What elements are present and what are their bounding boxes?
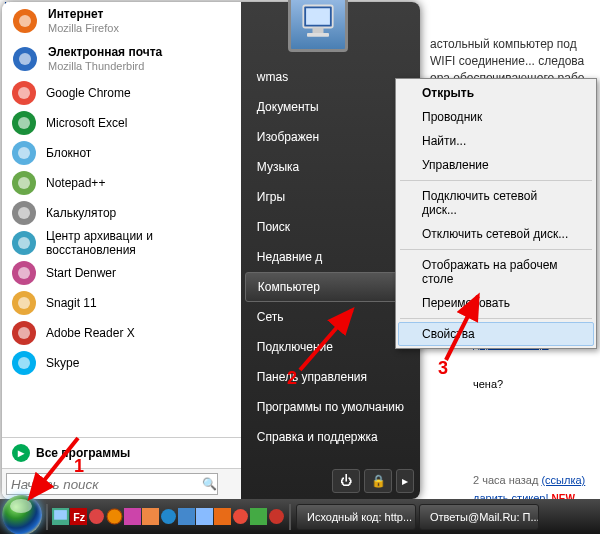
app-icon[interactable] [142, 508, 159, 525]
context-menu-item[interactable]: Найти... [398, 129, 594, 153]
svg-rect-37 [124, 508, 141, 525]
program-subtitle: Mozilla Firefox [48, 22, 119, 35]
right-panel-item[interactable]: Подключение [241, 332, 420, 362]
program-title: Интернет [48, 7, 119, 21]
program-item[interactable]: Центр архивации и восстановления [2, 228, 241, 258]
context-menu-separator [400, 318, 592, 319]
app-icon[interactable] [106, 508, 123, 525]
quick-launch: Fz [50, 508, 287, 525]
bg-text: WIFI соединение... следова [430, 53, 600, 70]
context-menu-item[interactable]: Управление [398, 153, 594, 177]
task-label: Исходный код: http... [307, 511, 412, 523]
source-link[interactable]: (ссылка) [541, 474, 585, 486]
app-icon[interactable] [88, 508, 105, 525]
context-menu-item[interactable]: Проводник [398, 105, 594, 129]
user-picture[interactable] [288, 0, 348, 52]
app-icon[interactable] [124, 508, 141, 525]
app-icon[interactable] [160, 508, 177, 525]
program-item[interactable]: Microsoft Excel [2, 108, 241, 138]
app-icon[interactable] [178, 508, 195, 525]
app-icon[interactable] [232, 508, 249, 525]
svg-point-39 [161, 509, 176, 524]
svg-point-11 [18, 177, 30, 189]
svg-rect-32 [54, 510, 67, 520]
program-item[interactable]: Электронная почтаMozilla Thunderbird [2, 40, 241, 78]
power-button[interactable]: ⏻ [332, 469, 360, 493]
right-panel-item[interactable]: Игры [241, 182, 420, 212]
svg-rect-41 [196, 508, 213, 525]
program-title: Калькулятор [46, 206, 116, 220]
search-bar: 🔍 [2, 468, 241, 499]
context-menu-item[interactable]: Открыть [398, 81, 594, 105]
right-panel-item[interactable]: Поиск [241, 212, 420, 242]
program-item[interactable]: Skype [2, 348, 241, 378]
program-item[interactable]: Калькулятор [2, 198, 241, 228]
svg-point-36 [107, 509, 122, 524]
program-title: Электронная почта [48, 45, 162, 59]
right-panel-item[interactable]: Изображен [241, 122, 420, 152]
power-options-button[interactable]: ▸ [396, 469, 414, 493]
lock-button[interactable]: 🔒 [364, 469, 392, 493]
program-icon [10, 289, 38, 317]
program-item[interactable]: Adobe Reader X [2, 318, 241, 348]
right-panel-item[interactable]: wmas [241, 62, 420, 92]
search-input[interactable] [6, 473, 218, 495]
svg-point-35 [89, 509, 104, 524]
app-icon[interactable] [268, 508, 285, 525]
svg-point-13 [18, 207, 30, 219]
program-icon [10, 44, 40, 74]
program-item[interactable]: Snagit 11 [2, 288, 241, 318]
taskbar-task-2[interactable]: @ Ответы@Mail.Ru: П... [419, 504, 539, 530]
taskbar-separator [289, 504, 291, 530]
context-menu-separator [400, 180, 592, 181]
program-item[interactable]: Блокнот [2, 138, 241, 168]
program-item[interactable]: Start Denwer [2, 258, 241, 288]
start-button[interactable] [2, 495, 42, 535]
context-menu-item[interactable]: Отключить сетевой диск... [398, 222, 594, 246]
svg-point-19 [18, 297, 30, 309]
svg-point-43 [233, 509, 248, 524]
right-panel-item[interactable]: Музыка [241, 152, 420, 182]
annotation-number-2: 2 [287, 368, 297, 389]
annotation-number-1: 1 [74, 456, 84, 477]
power-row: ⏻ 🔒 ▸ [241, 463, 420, 499]
program-title: Start Denwer [46, 266, 116, 280]
bg-text: астольный компьютер под [430, 36, 600, 53]
program-icon [10, 109, 38, 137]
svg-point-3 [19, 53, 31, 65]
app-icon[interactable] [250, 508, 267, 525]
all-programs-arrow-icon: ▸ [12, 444, 30, 462]
svg-rect-40 [178, 508, 195, 525]
program-title: Блокнот [46, 146, 91, 160]
task-label: Ответы@Mail.Ru: П... [430, 511, 539, 523]
right-panel-item[interactable]: Панель управления [241, 362, 420, 392]
svg-rect-44 [250, 508, 267, 525]
context-menu-item[interactable]: Подключить сетевой диск... [398, 184, 594, 222]
taskbar-task-1[interactable]: Исходный код: http... [296, 504, 416, 530]
context-menu: ОткрытьПроводникНайти...УправлениеПодклю… [395, 78, 597, 349]
program-item[interactable]: Notepad++ [2, 168, 241, 198]
svg-point-1 [19, 15, 31, 27]
start-menu-left-panel: ИнтернетMozilla FirefoxЭлектронная почта… [2, 2, 241, 499]
right-panel-item[interactable]: Программы по умолчанию [241, 392, 420, 422]
context-menu-item[interactable]: Переименовать [398, 291, 594, 315]
filezilla-icon[interactable]: Fz [70, 508, 87, 525]
program-item[interactable]: ИнтернетMozilla Firefox [2, 2, 241, 40]
program-icon [10, 199, 38, 227]
context-menu-item[interactable]: Свойства [398, 322, 594, 346]
right-panel-item[interactable]: Справка и поддержка [241, 422, 420, 452]
all-programs-button[interactable]: ▸ Все программы [2, 437, 241, 468]
right-panel-item[interactable]: Недавние д [241, 242, 420, 272]
right-panel-item[interactable]: Документы [241, 92, 420, 122]
svg-point-23 [18, 357, 30, 369]
context-menu-item[interactable]: Отображать на рабочем столе [398, 253, 594, 291]
svg-point-17 [18, 267, 30, 279]
program-title: Microsoft Excel [46, 116, 127, 130]
show-desktop-icon[interactable] [52, 508, 69, 525]
app-icon[interactable] [214, 508, 231, 525]
right-panel-item[interactable]: Компьютер [245, 272, 416, 302]
program-item[interactable]: Google Chrome [2, 78, 241, 108]
app-icon[interactable] [196, 508, 213, 525]
right-panel-item[interactable]: Сеть [241, 302, 420, 332]
svg-point-15 [18, 237, 30, 249]
